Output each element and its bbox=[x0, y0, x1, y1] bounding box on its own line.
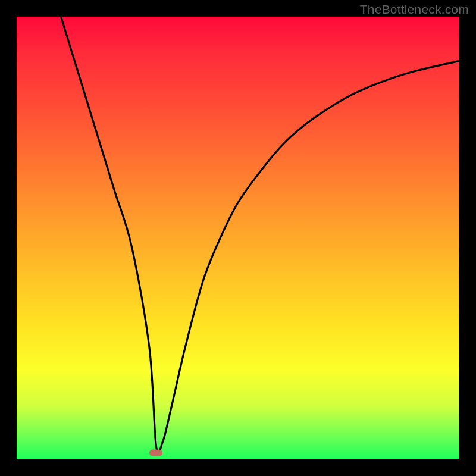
bottleneck-curve bbox=[17, 17, 459, 459]
watermark-text: TheBottleneck.com bbox=[360, 2, 469, 17]
chart-frame bbox=[17, 17, 459, 459]
optimal-marker bbox=[149, 449, 162, 456]
